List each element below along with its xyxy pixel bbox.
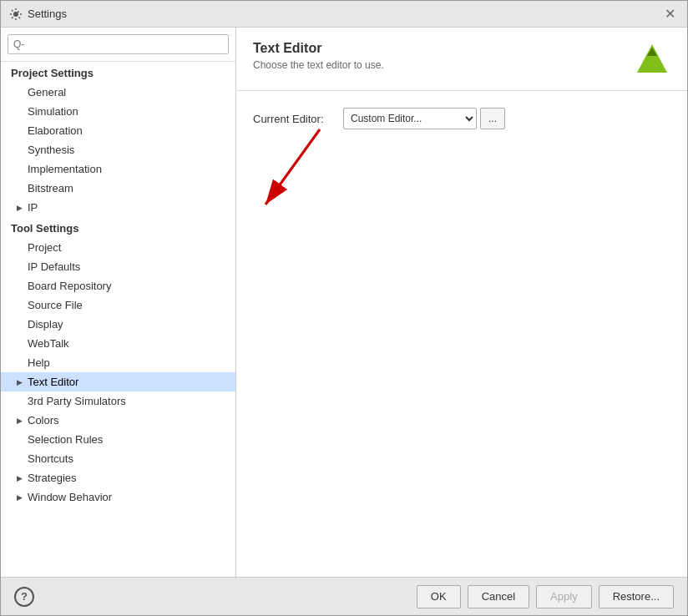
sidebar-item-ip-defaults[interactable]: IP Defaults — [1, 257, 235, 276]
sidebar-item-colors-label: Colors — [28, 414, 59, 427]
sidebar-item-text-editor-label: Text Editor — [28, 376, 78, 388]
window-title: Settings — [28, 8, 67, 20]
sidebar-item-webtalk[interactable]: WebTalk — [1, 334, 235, 353]
arrow-icon-text-editor: ▶ — [14, 377, 24, 387]
sidebar-item-colors[interactable]: ▶ Colors — [1, 411, 235, 430]
ellipsis-button[interactable]: ... — [480, 108, 505, 129]
cancel-button[interactable]: Cancel — [468, 585, 529, 608]
editor-row: Current Editor: Custom Editor... Default… — [253, 108, 670, 129]
content-area: Project Settings General Simulation Elab… — [1, 28, 687, 577]
titlebar: Settings ✕ — [1, 1, 687, 28]
help-button[interactable]: ? — [14, 587, 34, 607]
sidebar-item-ip[interactable]: ▶ IP — [1, 198, 235, 217]
sidebar-item-ip-label: IP — [28, 201, 38, 214]
search-container — [1, 28, 235, 62]
footer: ? OK Cancel Apply Restore... — [1, 577, 687, 615]
panel-subtitle: Choose the text editor to use. — [253, 59, 384, 71]
sidebar-item-general[interactable]: General — [1, 83, 235, 102]
editor-select-container: Custom Editor... Default Editor Emacs gv… — [343, 108, 505, 129]
panel-header-text: Text Editor Choose the text editor to us… — [253, 41, 384, 71]
panel-header-inner: Text Editor Choose the text editor to us… — [253, 41, 670, 80]
apply-button[interactable]: Apply — [536, 585, 592, 608]
ok-button[interactable]: OK — [417, 585, 461, 608]
panel-title: Text Editor — [253, 41, 384, 56]
sidebar-item-display[interactable]: Display — [1, 315, 235, 334]
sidebar-item-synthesis[interactable]: Synthesis — [1, 140, 235, 159]
restore-button[interactable]: Restore... — [599, 585, 674, 608]
sidebar-tree: Project Settings General Simulation Elab… — [1, 62, 235, 577]
project-settings-label: Project Settings — [1, 62, 235, 83]
settings-window: Settings ✕ Project Settings General Simu… — [0, 0, 688, 616]
sidebar-item-window-behavior-label: Window Behavior — [28, 491, 112, 503]
sidebar-item-text-editor[interactable]: ▶ Text Editor — [1, 372, 235, 391]
tool-settings-label: Tool Settings — [1, 217, 235, 238]
editor-select[interactable]: Custom Editor... Default Editor Emacs gv… — [343, 108, 477, 129]
sidebar-item-selection-rules[interactable]: Selection Rules — [1, 430, 235, 449]
sidebar-item-source-file[interactable]: Source File — [1, 295, 235, 315]
arrow-icon-ip: ▶ — [14, 203, 24, 213]
close-button[interactable]: ✕ — [661, 4, 679, 23]
svg-line-5 — [266, 129, 320, 204]
sidebar-item-implementation[interactable]: Implementation — [1, 159, 235, 179]
arrow-icon-colors: ▶ — [14, 416, 24, 426]
vivado-logo — [634, 41, 670, 78]
sidebar-item-simulation[interactable]: Simulation — [1, 102, 235, 121]
panel-header: Text Editor Choose the text editor to us… — [236, 28, 687, 91]
footer-left: ? — [14, 587, 34, 607]
arrow-icon-window-behavior: ▶ — [14, 492, 24, 502]
sidebar-item-shortcuts[interactable]: Shortcuts — [1, 449, 235, 468]
svg-point-0 — [13, 12, 18, 17]
sidebar-item-strategies[interactable]: ▶ Strategies — [1, 468, 235, 487]
sidebar: Project Settings General Simulation Elab… — [1, 28, 236, 577]
titlebar-left: Settings — [9, 8, 67, 21]
sidebar-item-project[interactable]: Project — [1, 238, 235, 257]
panel-logo — [634, 41, 670, 80]
footer-right: OK Cancel Apply Restore... — [417, 585, 674, 608]
editor-label: Current Editor: — [253, 113, 336, 125]
main-panel: Text Editor Choose the text editor to us… — [236, 28, 687, 577]
sidebar-item-board-repository[interactable]: Board Repository — [1, 276, 235, 295]
panel-body: Current Editor: Custom Editor... Default… — [236, 91, 687, 577]
search-input[interactable] — [8, 34, 229, 54]
sidebar-item-3rd-party-simulators[interactable]: 3rd Party Simulators — [1, 391, 235, 411]
sidebar-item-bitstream[interactable]: Bitstream — [1, 179, 235, 198]
sidebar-item-window-behavior[interactable]: ▶ Window Behavior — [1, 487, 235, 507]
sidebar-item-help[interactable]: Help — [1, 353, 235, 372]
sidebar-item-strategies-label: Strategies — [28, 472, 77, 484]
settings-icon — [9, 8, 23, 21]
arrow-icon-strategies: ▶ — [14, 473, 24, 483]
sidebar-item-elaboration[interactable]: Elaboration — [1, 121, 235, 140]
